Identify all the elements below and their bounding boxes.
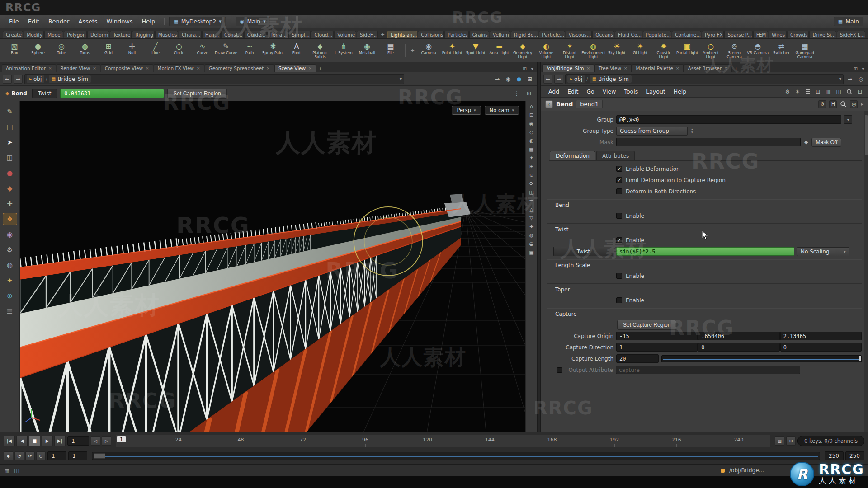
timeline-options-icon[interactable]: ⊞ <box>786 436 796 446</box>
shelf-tab[interactable]: Populate... <box>643 31 672 38</box>
shelf-tab[interactable]: Collisions <box>418 31 444 38</box>
shelf-tab[interactable]: Vellum <box>490 31 510 38</box>
paint-tool-icon[interactable]: ● <box>3 167 17 179</box>
chevron-down-icon[interactable]: ▾ <box>400 76 402 81</box>
param-menu-view[interactable]: View <box>599 87 620 96</box>
desktop-indicator[interactable]: ▦ Main <box>834 17 863 26</box>
capture-origin-z[interactable]: 2.13465 <box>780 332 862 340</box>
jump-to-operator-icon[interactable]: → <box>493 75 502 84</box>
limit-deformation-checkbox[interactable]: ✓ <box>616 177 622 183</box>
pin-icon[interactable]: ◎ <box>850 100 858 108</box>
new-tab-icon[interactable]: + <box>316 66 324 72</box>
shelf-tab[interactable]: Simpl... <box>288 31 311 38</box>
zoom-timeline-icon[interactable]: ▥ <box>775 436 784 446</box>
shelf-tool[interactable]: ✱Spray Paint <box>261 42 285 59</box>
materials-icon[interactable]: ◍ <box>529 232 534 238</box>
shelf-tool[interactable]: ◆Platonic Solids <box>308 42 332 59</box>
shelf-tab[interactable]: Hair... <box>202 31 221 38</box>
current-frame-field[interactable]: 1 <box>67 436 89 446</box>
mirror-icon[interactable]: ◫ <box>529 189 533 195</box>
capture-direction-y[interactable]: 0 <box>698 343 779 352</box>
shelf-tab[interactable]: Particle... <box>539 31 565 38</box>
camera-icon[interactable]: ◉ <box>529 121 534 127</box>
menu-icon[interactable]: ☰ <box>3 305 17 317</box>
back-icon[interactable]: ← <box>543 75 552 84</box>
jump-to-start-button[interactable]: |◀ <box>4 436 15 446</box>
shelf-tab[interactable]: Sparse P... <box>724 31 752 38</box>
group-type-spinner[interactable]: ▴▾ <box>690 128 694 134</box>
status-grid-icon[interactable]: ▦ <box>5 467 9 474</box>
shelf-tab[interactable]: SideF... <box>357 31 378 38</box>
shelf-tab[interactable]: Deform <box>87 31 109 38</box>
deform-both-checkbox[interactable] <box>616 188 622 194</box>
mask-field[interactable] <box>616 138 801 146</box>
shelf-tab[interactable]: Guide... <box>244 31 267 38</box>
wireframe-icon[interactable]: ▦ <box>529 146 533 152</box>
pane-tab[interactable]: Render View× <box>57 64 100 72</box>
shelf-tab[interactable]: Drive Si... <box>809 31 836 38</box>
main-menu-selector[interactable]: ◉ Main ▾ <box>236 17 270 26</box>
breadcrumb[interactable]: ▸ obj / ▦ Bridge_Sim ▾ <box>565 74 844 84</box>
view-tool-icon[interactable]: ✎ <box>3 106 17 117</box>
node-name-field[interactable]: bend1 <box>576 100 603 108</box>
info-icon[interactable]: ◒ <box>529 241 534 247</box>
toolbar-grid-icon[interactable]: ⊞ <box>524 89 533 98</box>
twist-expression-field[interactable]: sin($F)*2.5 <box>616 247 794 256</box>
shelf-tab[interactable]: Rigging <box>132 31 154 38</box>
shelf-tool[interactable]: ✹Caustic Light <box>652 42 675 59</box>
close-icon[interactable]: × <box>676 66 679 70</box>
shelf-tab[interactable]: Volume <box>334 31 356 38</box>
close-icon[interactable]: × <box>586 66 590 70</box>
expand-icon[interactable]: ▸ <box>861 101 863 107</box>
capture-direction-x[interactable]: 1 <box>616 343 698 352</box>
close-icon[interactable]: × <box>146 66 149 70</box>
menu-windows[interactable]: Windows <box>102 17 137 26</box>
shelf-tool[interactable]: ☀Sky Light <box>605 42 628 59</box>
camera-selector[interactable]: No cam ▾ <box>485 106 519 115</box>
param-menu-edit[interactable]: Edit <box>563 87 582 96</box>
options-icon[interactable]: ▣ <box>529 249 533 255</box>
points-icon[interactable]: △ <box>529 206 533 212</box>
shading-icon[interactable]: ◐ <box>529 138 534 144</box>
pane-splitter[interactable] <box>537 62 541 432</box>
shelf-tool[interactable]: ◍Torus <box>73 42 97 59</box>
realtime-icon[interactable]: ◷ <box>36 451 46 460</box>
breadcrumb-root[interactable]: ▸ obj <box>27 75 44 83</box>
search-icon[interactable] <box>840 101 847 108</box>
shelf-tool[interactable]: ∼Path <box>238 42 261 59</box>
shelf-tool[interactable]: ◉Metaball <box>355 42 379 59</box>
close-icon[interactable]: × <box>48 66 52 70</box>
normals-icon[interactable]: ▽ <box>529 215 533 221</box>
camera-icon[interactable]: ◉ <box>504 75 513 84</box>
shelf-tab[interactable]: SideFX L... <box>837 31 865 38</box>
param-menu-tools[interactable]: Tools <box>620 87 642 96</box>
shelf-more-icon[interactable]: + <box>408 47 417 54</box>
pane-tab[interactable]: Scene View× <box>274 64 316 72</box>
breadcrumb-node[interactable]: ▦ Bridge_Sim <box>590 75 632 83</box>
playback-range-slider[interactable] <box>92 452 820 460</box>
twist-param-chip[interactable]: Twist <box>32 89 57 98</box>
pane-menu-icon[interactable]: ▾ <box>860 66 866 72</box>
shelf-tab[interactable]: Particles <box>444 31 469 38</box>
capture-length-field[interactable]: 20 <box>616 354 659 363</box>
forward-icon[interactable]: → <box>14 75 23 84</box>
range-handle[interactable] <box>94 453 105 459</box>
toolbar-options-icon[interactable]: ⋮ <box>512 89 521 98</box>
desktop-selector[interactable]: ▦ MyDesktop2 ▾ <box>169 17 226 26</box>
pane-tab[interactable]: Tree View× <box>594 64 632 72</box>
sculpt-tool-icon[interactable]: ◆ <box>3 183 17 194</box>
perspective-selector[interactable]: Persp ▾ <box>452 106 481 115</box>
current-frame-marker[interactable]: 1 <box>117 436 126 442</box>
link-status-icon[interactable]: ● <box>514 75 524 84</box>
back-icon[interactable]: ← <box>3 75 12 84</box>
range-end-field[interactable]: 250 <box>825 451 844 460</box>
shelf-tool[interactable]: ◆Geometry Light <box>511 42 534 59</box>
shelf-tool[interactable]: ▣Portal Light <box>675 42 699 59</box>
shelf-tool[interactable]: ⇄Switcher <box>769 42 793 59</box>
keyframe-icon[interactable]: ◆ <box>4 451 13 460</box>
handles-icon[interactable]: ✚ <box>529 224 533 230</box>
shelf-tab[interactable]: Oceans <box>592 31 614 38</box>
shelf-tab[interactable]: Modify <box>24 31 44 38</box>
shelf-tool[interactable]: ▬Area Light <box>487 42 511 59</box>
shelf-tool[interactable]: ╱Line <box>144 42 167 59</box>
